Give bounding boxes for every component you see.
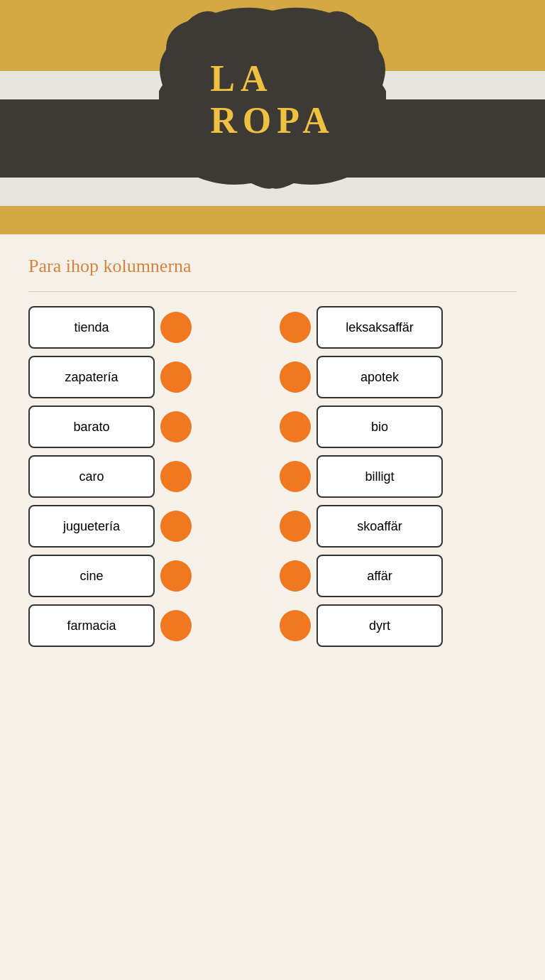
dot-barato[interactable]	[160, 411, 192, 442]
matching-exercise: tienda zapatería barato caro juguetería …	[28, 306, 517, 647]
section1-title: Para ihop kolumnerna	[28, 256, 517, 277]
badge-title: LA ROPA	[210, 58, 334, 141]
badge: LA ROPA	[159, 7, 386, 192]
word-jugueteria: juguetería	[28, 505, 155, 548]
dot-skoaffar[interactable]	[280, 511, 311, 542]
word-affar: affär	[316, 555, 443, 597]
list-item: leksaksaffär	[280, 306, 517, 349]
word-dyrt: dyrt	[316, 604, 443, 647]
dot-jugueteria[interactable]	[160, 511, 192, 542]
word-skoaffar: skoaffär	[316, 505, 443, 548]
word-cine: cine	[28, 555, 155, 597]
right-column: leksaksaffär apotek bio billigt skoaffär…	[280, 306, 517, 647]
list-item: caro	[28, 455, 265, 498]
list-item: billigt	[280, 455, 517, 498]
list-item: dyrt	[280, 604, 517, 647]
word-farmacia: farmacia	[28, 604, 155, 647]
list-item: tienda	[28, 306, 265, 349]
dot-billigt[interactable]	[280, 461, 311, 492]
dot-dyrt[interactable]	[280, 610, 311, 641]
word-tienda: tienda	[28, 306, 155, 349]
word-bio: bio	[316, 405, 443, 448]
word-caro: caro	[28, 455, 155, 498]
dot-tienda[interactable]	[160, 312, 192, 343]
list-item: juguetería	[28, 505, 265, 548]
list-item: cine	[28, 555, 265, 597]
dot-farmacia[interactable]	[160, 610, 192, 641]
word-leksaksaffar: leksaksaffär	[316, 306, 443, 349]
dot-cine[interactable]	[160, 560, 192, 592]
dot-bio[interactable]	[280, 411, 311, 442]
stripe-bottom	[0, 206, 545, 234]
word-billigt: billigt	[316, 455, 443, 498]
list-item: skoaffär	[280, 505, 517, 548]
section-divider	[28, 291, 517, 292]
list-item: bio	[280, 405, 517, 448]
word-zapateria: zapatería	[28, 356, 155, 398]
list-item: apotek	[280, 356, 517, 398]
list-item: zapatería	[28, 356, 265, 398]
dot-apotek[interactable]	[280, 361, 311, 393]
word-apotek: apotek	[316, 356, 443, 398]
left-column: tienda zapatería barato caro juguetería …	[28, 306, 265, 647]
dot-leksaksaffar[interactable]	[280, 312, 311, 343]
word-barato: barato	[28, 405, 155, 448]
list-item: barato	[28, 405, 265, 448]
main-content: Para ihop kolumnerna tienda zapatería ba…	[0, 234, 545, 980]
list-item: farmacia	[28, 604, 265, 647]
list-item: affär	[280, 555, 517, 597]
header: LA ROPA	[0, 0, 545, 234]
dot-affar[interactable]	[280, 560, 311, 592]
dot-zapateria[interactable]	[160, 361, 192, 393]
badge-container: LA ROPA	[159, 7, 386, 192]
dot-caro[interactable]	[160, 461, 192, 492]
